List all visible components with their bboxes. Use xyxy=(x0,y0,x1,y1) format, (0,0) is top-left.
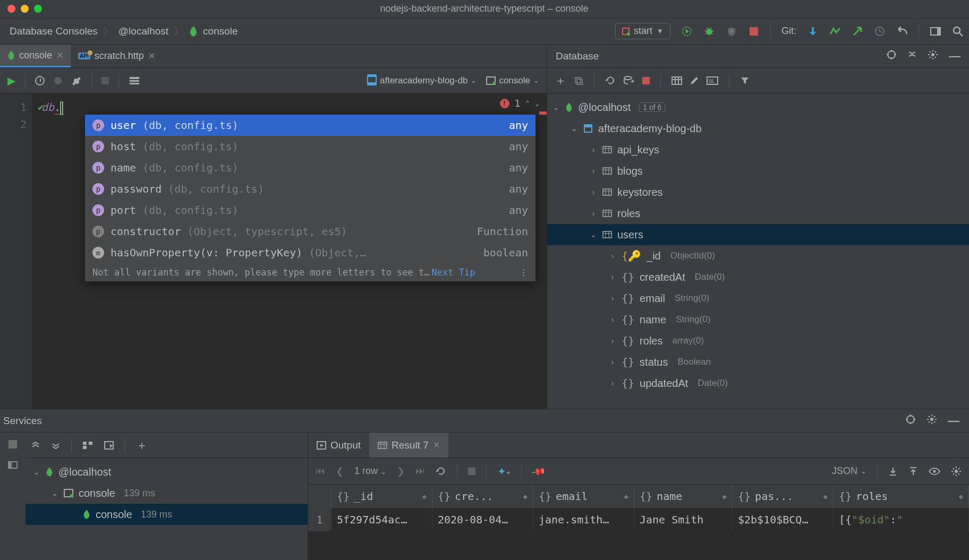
run-with-coverage-button[interactable] xyxy=(726,25,737,37)
tree-table[interactable]: › api_keys xyxy=(547,139,969,160)
minimize-icon[interactable]: — xyxy=(949,49,960,63)
filter-button[interactable] xyxy=(740,76,750,85)
tree-column[interactable]: ›{} createdAt Date(0) xyxy=(547,266,969,288)
view-button[interactable] xyxy=(929,468,940,475)
next-error-button[interactable]: ⌄ xyxy=(535,99,539,107)
table-view-button[interactable] xyxy=(672,76,682,85)
more-options-icon[interactable]: ⋮ xyxy=(519,267,528,278)
tree-column[interactable]: ›{} email String(0) xyxy=(547,288,969,309)
pin-tab-button[interactable]: 📌 xyxy=(530,463,546,479)
add-datasource-button[interactable]: ＋ xyxy=(555,73,566,89)
ddl-button[interactable]: QL xyxy=(707,76,718,85)
git-commit-button[interactable] xyxy=(829,25,841,37)
breadcrumb-item[interactable]: Database Consoles xyxy=(10,25,98,37)
export-button[interactable] xyxy=(888,467,898,476)
stop-button[interactable] xyxy=(748,25,760,37)
tree-datasource[interactable]: ⌄ @localhost 1 of 6 xyxy=(547,97,969,118)
settings-button[interactable] xyxy=(71,75,82,86)
search-everywhere-button[interactable] xyxy=(952,25,964,37)
tab-result[interactable]: Result 7 ✕ xyxy=(369,433,448,458)
tree-table[interactable]: › blogs xyxy=(547,160,969,182)
add-row-button[interactable]: ✦+ xyxy=(497,465,511,478)
explain-plan-button[interactable] xyxy=(129,76,140,85)
cancel-query-button[interactable] xyxy=(468,468,475,475)
minimize-window-button[interactable] xyxy=(21,5,29,13)
prev-page-button[interactable]: ❮ xyxy=(336,466,344,477)
tree-table[interactable]: › roles xyxy=(547,203,969,224)
inspection-indicator[interactable]: ! 1 ⌃ ⌄ xyxy=(500,98,540,109)
git-history-button[interactable] xyxy=(874,25,886,37)
next-page-button[interactable]: ❯ xyxy=(397,466,405,477)
autocomplete-item[interactable]: m hasOwnProperty(v: PropertyKey) (Object… xyxy=(85,242,536,263)
duplicate-button[interactable] xyxy=(574,76,583,85)
autocomplete-item[interactable]: p user (db, config.ts) any xyxy=(85,115,536,136)
editor-body[interactable]: 1 2 ✔ db. ! 1 ⌃ ⌄ p user (db, xyxy=(0,93,547,409)
autocomplete-item[interactable]: p port (db, config.ts) any xyxy=(85,200,536,221)
cell[interactable]: 5f297d54ac… xyxy=(332,508,432,531)
collapse-all-button[interactable] xyxy=(51,441,61,450)
tree-datasource[interactable]: ⌄ @localhost xyxy=(26,461,308,483)
close-tab-icon[interactable]: ✕ xyxy=(56,50,63,61)
maximize-window-button[interactable] xyxy=(34,5,42,13)
layout-toggle-button[interactable] xyxy=(8,461,18,469)
view-format-selector[interactable]: JSON ⌄ xyxy=(832,466,866,477)
column-header[interactable]: {}_id◆ xyxy=(332,485,432,508)
tree-table[interactable]: › keystores xyxy=(547,182,969,203)
debug-button[interactable] xyxy=(703,25,715,37)
next-tip-link[interactable]: Next Tip xyxy=(432,267,475,278)
gear-icon[interactable] xyxy=(926,414,937,428)
code-area[interactable]: db. ! 1 ⌃ ⌄ p user (db, config.ts) any xyxy=(32,93,547,409)
filter-button[interactable] xyxy=(104,441,114,450)
grid-row[interactable]: 1 5f297d54ac… 2020-08-04… jane.smith… Ja… xyxy=(308,508,969,531)
tree-column[interactable]: ›{} roles array(0) xyxy=(547,330,969,351)
autocomplete-item[interactable]: p host (db, config.ts) any xyxy=(85,136,536,157)
column-header[interactable]: {}cre...◆ xyxy=(432,485,533,508)
breadcrumb-item[interactable]: @localhost xyxy=(118,25,168,37)
tab-output[interactable]: Output xyxy=(308,433,369,458)
close-window-button[interactable] xyxy=(7,5,15,13)
disconnect-button[interactable] xyxy=(642,77,650,84)
execute-button[interactable]: ▶ xyxy=(7,74,15,87)
column-header[interactable]: {}pas...◆ xyxy=(733,485,834,508)
prev-error-button[interactable]: ⌃ xyxy=(525,99,530,107)
tree-table-users[interactable]: ⌄ users xyxy=(547,224,969,245)
tree-column[interactable]: ›{} updatedAt Date(0) xyxy=(547,373,969,394)
column-header[interactable]: {}email◆ xyxy=(533,485,634,508)
datasource-selector[interactable]: afteracademy-blog-db ⌄ xyxy=(367,75,477,86)
cell[interactable]: jane.smith… xyxy=(533,508,634,531)
gear-icon[interactable] xyxy=(951,466,962,477)
tree-console-group[interactable]: ⌄ console 139 ms xyxy=(26,483,308,504)
gear-icon[interactable] xyxy=(928,49,938,63)
minimize-icon[interactable]: — xyxy=(948,414,959,428)
close-tab-icon[interactable]: ✕ xyxy=(148,51,155,61)
session-selector[interactable]: console ⌄ xyxy=(486,75,539,86)
cell[interactable]: 2020-08-04… xyxy=(432,508,533,531)
git-rollback-button[interactable] xyxy=(896,25,908,37)
run-configuration-selector[interactable]: start ▼ xyxy=(615,23,670,39)
last-page-button[interactable]: ⏭ xyxy=(415,466,425,477)
target-icon[interactable] xyxy=(905,414,916,428)
collapse-icon[interactable] xyxy=(907,49,917,63)
close-tab-icon[interactable]: ✕ xyxy=(433,440,440,450)
ide-settings-button[interactable] xyxy=(930,25,941,37)
run-button[interactable] xyxy=(681,25,693,37)
reload-button[interactable] xyxy=(436,466,446,477)
cell[interactable]: Jane Smith xyxy=(634,508,733,531)
cell[interactable]: $2b$10$BCQ… xyxy=(733,508,834,531)
tree-console-leaf[interactable]: console 139 ms xyxy=(26,504,308,525)
refresh-button[interactable] xyxy=(605,75,616,86)
expand-all-button[interactable] xyxy=(31,441,40,450)
editor-tab-console[interactable]: console ✕ xyxy=(0,45,71,67)
error-stripe[interactable] xyxy=(539,111,547,115)
tree-schema[interactable]: ⌄ afteracademy-blog-db xyxy=(547,118,969,139)
git-update-button[interactable] xyxy=(807,25,819,37)
cell[interactable]: [{[{"$oid": ""$oid": " xyxy=(834,508,969,531)
page-rows-selector[interactable]: 1 row ⌄ xyxy=(354,466,386,477)
column-header[interactable]: {}name◆ xyxy=(634,485,733,508)
column-header[interactable]: {}roles◆ xyxy=(834,485,969,508)
transaction-button[interactable] xyxy=(54,77,62,84)
sync-button[interactable] xyxy=(623,75,635,86)
tree-column[interactable]: ›{} name String(0) xyxy=(547,309,969,330)
target-icon[interactable] xyxy=(886,49,897,63)
group-by-button[interactable] xyxy=(82,441,93,450)
